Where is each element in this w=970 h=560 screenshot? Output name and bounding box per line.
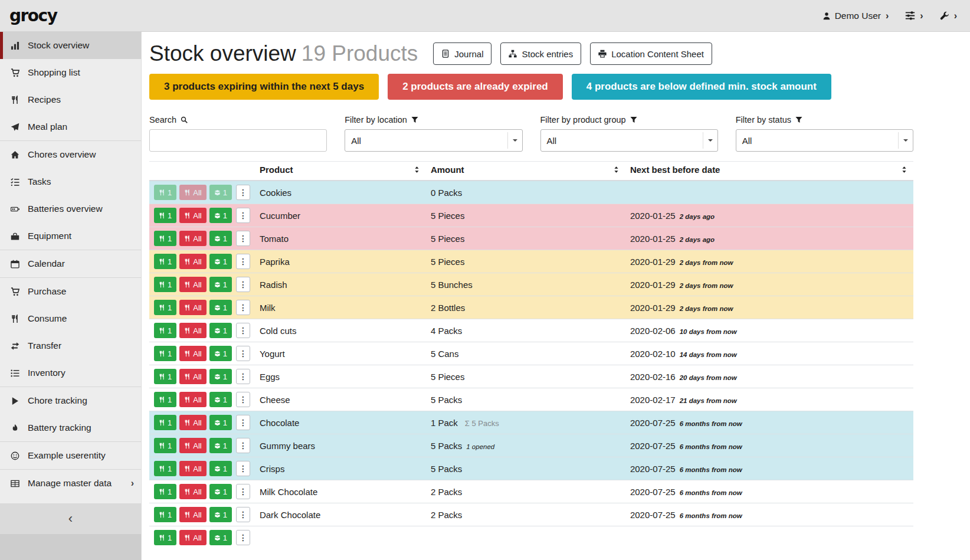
status-banner[interactable]: 2 products are already expired [388,74,563,100]
open-one-button[interactable]: 1 [209,231,232,246]
consume-one-button[interactable]: 1 [154,254,176,269]
status-banner[interactable]: 3 products expiring within the next 5 da… [149,74,379,100]
sidebar-item-inventory[interactable]: Inventory [0,359,141,387]
consume-all-button[interactable]: All [179,323,206,338]
row-menu-button[interactable]: ⋮ [236,208,250,223]
consume-all-button[interactable]: All [179,208,206,223]
consume-one-button[interactable]: 1 [154,369,176,384]
sidebar-item-shopping-list[interactable]: Shopping list [0,59,141,86]
consume-one-button[interactable]: 1 [154,231,176,246]
row-menu-button[interactable]: ⋮ [236,438,250,453]
open-one-button[interactable]: 1 [209,277,232,292]
row-menu-button[interactable]: ⋮ [236,346,250,361]
consume-one-button[interactable]: 1 [154,438,176,453]
consume-all-button[interactable]: All [179,438,206,453]
row-menu-button[interactable]: ⋮ [236,277,250,292]
open-one-button[interactable]: 1 [209,507,232,522]
open-one-button[interactable]: 1 [209,438,232,453]
sidebar-item-batteries-overview[interactable]: Batteries overview [0,195,141,222]
open-one-button[interactable]: 1 [209,484,232,499]
status-banner[interactable]: 4 products are below defined min. stock … [572,74,831,100]
open-one-button[interactable]: 1 [209,323,232,338]
sidebar-item-equipment[interactable]: Equipment [0,222,141,250]
row-menu-button[interactable]: ⋮ [236,392,250,407]
open-one-button[interactable]: 1 [209,369,232,384]
consume-all-button[interactable]: All [179,507,206,522]
sidebar-item-purchase[interactable]: Purchase [0,278,141,305]
user-menu[interactable]: Demo User › [822,11,889,21]
sidebar-item-calendar[interactable]: Calendar [0,250,141,277]
sidebar-item-tasks[interactable]: Tasks [0,168,141,195]
row-menu-button[interactable]: ⋮ [236,300,250,315]
row-menu-button[interactable]: ⋮ [236,484,250,499]
consume-all-button[interactable]: All [179,461,206,476]
consume-all-button[interactable]: All [179,254,206,269]
open-one-button[interactable]: 1 [209,300,232,315]
consume-all-button[interactable]: All [179,231,206,246]
consume-one-button[interactable]: 1 [154,346,176,361]
sidebar-item-meal-plan[interactable]: Meal plan [0,113,141,140]
consume-all-button[interactable]: All [179,530,206,545]
open-one-button[interactable]: 1 [209,208,232,223]
consume-one-button[interactable]: 1 [154,484,176,499]
column-header-product[interactable]: Product [255,162,426,181]
open-one-button[interactable]: 1 [209,415,232,430]
sidebar-item-stock-overview[interactable]: Stock overview [0,32,141,59]
consume-one-button[interactable]: 1 [154,530,176,545]
sidebar-item-battery-tracking[interactable]: Battery tracking [0,414,141,441]
consume-all-button[interactable]: All [179,300,206,315]
open-one-button[interactable]: 1 [209,346,232,361]
consume-one-button[interactable]: 1 [154,300,176,315]
consume-one-button[interactable]: 1 [154,323,176,338]
search-input[interactable] [149,129,327,152]
consume-all-button[interactable]: All [179,346,206,361]
open-one-button[interactable]: 1 [209,392,232,407]
consume-one-button[interactable]: 1 [154,208,176,223]
open-one-button[interactable]: 1 [209,461,232,476]
consume-one-button[interactable]: 1 [154,507,176,522]
consume-all-button[interactable]: All [179,185,206,200]
row-menu-button[interactable]: ⋮ [236,254,250,269]
sidebar-item-manage-master-data[interactable]: Manage master data› [0,470,141,497]
consume-one-button[interactable]: 1 [154,461,176,476]
consume-all-button[interactable]: All [179,415,206,430]
location-content-sheet-button[interactable]: Location Content Sheet [590,42,712,65]
row-menu-button[interactable]: ⋮ [236,231,250,246]
row-menu-button[interactable]: ⋮ [236,323,250,338]
app-logo[interactable]: grocy [9,6,57,25]
stock-entries-button[interactable]: Stock entries [500,42,581,65]
filter-by-location-select[interactable]: All [345,129,522,152]
filter-by-product-group-select[interactable]: All [540,129,718,152]
row-menu-button[interactable]: ⋮ [236,185,250,200]
row-menu-button[interactable]: ⋮ [236,530,250,545]
sidebar-item-chore-tracking[interactable]: Chore tracking [0,387,141,414]
filter-by-status-select[interactable]: All [736,129,913,152]
admin-menu[interactable]: › [940,11,957,21]
sidebar-item-example-userentity[interactable]: Example userentity [0,442,141,469]
consume-one-button[interactable]: 1 [154,415,176,430]
smiley-icon [9,451,21,460]
sidebar-item-recipes[interactable]: Recipes [0,86,141,113]
open-one-button[interactable]: 1 [209,254,232,269]
consume-one-button[interactable]: 1 [154,185,176,200]
consume-all-button[interactable]: All [179,277,206,292]
column-header-next-best-before-date[interactable]: Next best before date [625,162,913,181]
consume-all-button[interactable]: All [179,369,206,384]
open-one-button[interactable]: 1 [209,530,232,545]
sidebar-item-chores-overview[interactable]: Chores overview [0,141,141,168]
consume-all-button[interactable]: All [179,392,206,407]
row-menu-button[interactable]: ⋮ [236,369,250,384]
consume-all-button[interactable]: All [179,484,206,499]
consume-one-button[interactable]: 1 [154,277,176,292]
row-menu-button[interactable]: ⋮ [236,507,250,522]
settings-menu[interactable]: › [905,11,923,21]
row-menu-button[interactable]: ⋮ [236,461,250,476]
sidebar-collapse-button[interactable]: ‹ [0,503,141,534]
sidebar-item-transfer[interactable]: Transfer [0,332,141,359]
journal-button[interactable]: Journal [433,42,491,65]
sidebar-item-consume[interactable]: Consume [0,305,141,332]
row-menu-button[interactable]: ⋮ [236,415,250,430]
open-one-button[interactable]: 1 [209,185,232,200]
consume-one-button[interactable]: 1 [154,392,176,407]
column-header-amount[interactable]: Amount [426,162,625,181]
